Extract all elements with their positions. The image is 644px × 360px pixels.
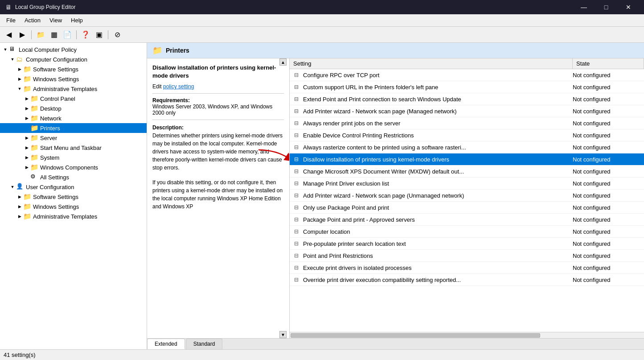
sidebar-label-control-panel: Control Panel <box>40 95 75 102</box>
forward-button[interactable]: ▶ <box>16 29 29 41</box>
policy-icon: ⊟ <box>291 190 301 200</box>
list-row[interactable]: ⊟Configure RPC over TCP portNot configur… <box>290 69 644 81</box>
expand-icon[interactable]: ▶ <box>16 66 23 73</box>
requirements-text: Windows Server 2003, Windows XP, and Win… <box>152 103 272 116</box>
list-row[interactable]: ⊟Package Point and print - Approved serv… <box>290 214 644 226</box>
expand-icon[interactable]: ▶ <box>23 144 30 151</box>
sidebar-item-admin-templates-user[interactable]: ▶ 📁 Administrative Templates <box>0 211 147 221</box>
expand-icon[interactable]: ▶ <box>16 193 23 200</box>
expand-icon[interactable]: ▶ <box>23 95 30 102</box>
settings-icon: ⚙ <box>30 173 38 181</box>
expand-icon[interactable] <box>23 124 30 132</box>
help-button[interactable]: ❓ <box>79 29 92 41</box>
sidebar-item-control-panel[interactable]: ▶ 📁 Control Panel <box>0 94 147 103</box>
sidebar-item-all-settings[interactable]: ⚙ All Settings <box>0 172 147 182</box>
policy-name: Add Printer wizard - Network scan page (… <box>303 108 573 115</box>
col-header-setting[interactable]: Setting <box>290 58 573 69</box>
expand-icon[interactable]: ▶ <box>23 154 30 161</box>
list-row[interactable]: ⊟Add Printer wizard - Network scan page … <box>290 190 644 202</box>
tab-standard[interactable]: Standard <box>186 339 223 349</box>
scroll-up-arrow[interactable]: ▲ <box>279 58 287 66</box>
policy-setting-link[interactable]: policy setting <box>163 83 194 90</box>
sidebar-item-server[interactable]: ▶ 📁 Server <box>0 133 147 143</box>
list-body[interactable]: ⊟Configure RPC over TCP portNot configur… <box>290 69 644 332</box>
expand-icon[interactable]: ▶ <box>16 75 23 83</box>
expand-icon[interactable]: ▶ <box>23 164 30 171</box>
sidebar-item-system[interactable]: ▶ 📁 System <box>0 153 147 162</box>
list-row[interactable]: ⊟Manage Print Driver exclusion listNot c… <box>290 178 644 190</box>
minimize-button[interactable]: — <box>574 0 594 14</box>
policy-name: Custom support URL in the Printers folde… <box>303 84 573 91</box>
policy-state: Not configured <box>573 72 644 79</box>
filter-button[interactable]: ⊘ <box>111 29 123 41</box>
policy-name: Point and Print Restrictions <box>303 252 573 259</box>
sidebar-label-network: Network <box>40 115 62 122</box>
list-row[interactable]: ⊟Only use Package Point and printNot con… <box>290 202 644 214</box>
menu-help[interactable]: Help <box>66 15 87 25</box>
menu-file[interactable]: File <box>2 15 20 25</box>
list-row[interactable]: ⊟Always rasterize content to be printed … <box>290 141 644 153</box>
h-scroll-thumb[interactable] <box>291 333 540 338</box>
list-row[interactable]: ⊟Custom support URL in the Printers fold… <box>290 81 644 93</box>
sidebar-item-local-computer-policy[interactable]: ▼ 🖥 Local Computer Policy <box>0 45 147 54</box>
sidebar-item-printers[interactable]: 📁 Printers <box>0 123 147 133</box>
description-panel: Disallow installation of printers using … <box>147 58 290 338</box>
desc-title: Disallow installation of printers using … <box>152 64 284 80</box>
list-row[interactable]: ⊟Extend Point and Print connection to se… <box>290 93 644 105</box>
expand-icon[interactable]: ▶ <box>16 213 23 220</box>
sidebar-item-computer-configuration[interactable]: ▼ 🗂 Computer Configuration <box>0 54 147 64</box>
show-hide-button[interactable]: ▦ <box>48 29 60 41</box>
sidebar-item-desktop[interactable]: ▶ 📁 Desktop <box>0 103 147 113</box>
sidebar-item-windows-settings-comp[interactable]: ▶ 📁 Windows Settings <box>0 74 147 84</box>
list-row[interactable]: ⊟Pre-populate printer search location te… <box>290 238 644 250</box>
scroll-down-arrow[interactable]: ▼ <box>279 331 287 338</box>
policy-state: Not configured <box>573 156 644 163</box>
horizontal-scrollbar[interactable] <box>290 332 644 338</box>
col-header-state[interactable]: State <box>573 58 644 69</box>
expand-icon[interactable]: ▶ <box>23 134 30 141</box>
maximize-button[interactable]: □ <box>596 0 616 14</box>
back-button[interactable]: ◀ <box>3 29 15 41</box>
expand-icon[interactable]: ▶ <box>23 105 30 112</box>
sidebar-item-software-settings-comp[interactable]: ▶ 📁 Software Settings <box>0 64 147 74</box>
list-row[interactable]: ⊟Computer locationNot configured <box>290 226 644 238</box>
view-button[interactable]: ▣ <box>93 29 105 41</box>
content-header: 📁 Printers <box>147 43 644 58</box>
sidebar-item-network[interactable]: ▶ 📁 Network <box>0 113 147 123</box>
menu-action[interactable]: Action <box>20 15 45 25</box>
sidebar-item-admin-templates-comp[interactable]: ▼ 📁 Administrative Templates <box>0 84 147 94</box>
list-row[interactable]: ⊟Point and Print RestrictionsNot configu… <box>290 250 644 262</box>
expand-icon[interactable]: ▼ <box>9 183 16 190</box>
tab-extended[interactable]: Extended <box>147 339 185 349</box>
expand-icon[interactable]: ▶ <box>16 203 23 210</box>
expand-icon[interactable]: ▶ <box>23 115 30 122</box>
expand-icon[interactable]: ▼ <box>9 56 16 63</box>
list-row[interactable]: ⊟Disallow installation of printers using… <box>290 153 644 166</box>
policy-state: Not configured <box>573 265 644 271</box>
list-row[interactable]: ⊟Execute print drivers in isolated proce… <box>290 262 644 274</box>
policy-state: Not configured <box>573 168 644 175</box>
list-row[interactable]: ⊟Change Microsoft XPS Document Writer (M… <box>290 166 644 178</box>
sidebar-item-user-configuration[interactable]: ▼ 👤 User Configuration <box>0 182 147 192</box>
sidebar-item-software-settings-user[interactable]: ▶ 📁 Software Settings <box>0 192 147 202</box>
list-row[interactable]: ⊟Add Printer wizard - Network scan page … <box>290 105 644 117</box>
sidebar-item-start-menu-taskbar[interactable]: ▶ 📁 Start Menu and Taskbar <box>0 143 147 153</box>
list-row[interactable]: ⊟Override print driver execution compati… <box>290 274 644 286</box>
expand-icon[interactable] <box>23 174 30 181</box>
computer-icon: 🖥 <box>9 46 17 54</box>
export-button[interactable]: 📄 <box>61 29 74 41</box>
expand-icon[interactable]: ▼ <box>2 46 9 53</box>
toolbar-separator-1 <box>31 30 32 39</box>
menu-view[interactable]: View <box>45 15 66 25</box>
folder-button[interactable]: 📁 <box>34 29 47 41</box>
sidebar-item-windows-settings-user[interactable]: ▶ 📁 Windows Settings <box>0 202 147 211</box>
sidebar-item-windows-components[interactable]: ▶ 📁 Windows Components <box>0 162 147 172</box>
list-row[interactable]: ⊟Always render print jobs on the serverN… <box>290 117 644 129</box>
desc-description: Description: Determines whether printers… <box>152 124 284 172</box>
close-button[interactable]: ✕ <box>618 0 639 14</box>
policy-name: Configure RPC over TCP port <box>303 72 573 79</box>
list-row[interactable]: ⊟Enable Device Control Printing Restrict… <box>290 129 644 141</box>
sidebar-label-software-settings-comp: Software Settings <box>33 66 78 73</box>
expand-icon[interactable]: ▼ <box>16 85 23 92</box>
description-scroll[interactable]: Disallow installation of printers using … <box>147 58 289 338</box>
